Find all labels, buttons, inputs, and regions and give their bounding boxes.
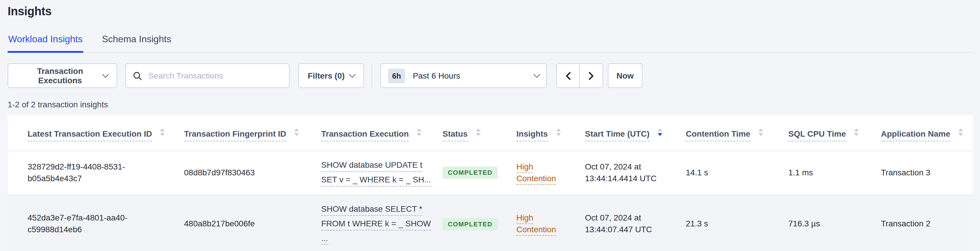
insight-link[interactable]: High Contention bbox=[516, 213, 556, 234]
column-header-application-name[interactable]: Application Name bbox=[881, 115, 973, 151]
chevron-left-icon bbox=[565, 71, 571, 80]
sort-icon bbox=[959, 128, 963, 136]
application-name-cell: Transaction 2 bbox=[881, 195, 973, 251]
time-range-picker[interactable]: 6h Past 6 Hours bbox=[380, 63, 547, 88]
transaction-execution-cell: SHOW database SELECT * FROM t WHERE k = … bbox=[321, 195, 442, 251]
search-input[interactable] bbox=[147, 70, 282, 81]
sort-icon bbox=[854, 128, 859, 136]
sort-icon bbox=[476, 128, 480, 136]
sql-cpu-time-cell: 1.1 ms bbox=[788, 151, 881, 195]
filters-button[interactable]: Filters (0) bbox=[298, 63, 364, 88]
results-count: 1-2 of 2 transaction insights bbox=[8, 100, 972, 109]
insights-cell: High Contention bbox=[516, 195, 585, 251]
contention-time-cell: 21.3 s bbox=[686, 195, 788, 251]
status-cell: COMPLETED bbox=[442, 195, 516, 251]
table-row: 452da3e7-e7fa-4801-aa40-c59988d14eb6 480… bbox=[8, 195, 973, 251]
controls-divider bbox=[372, 63, 372, 88]
insight-link[interactable]: High Contention bbox=[516, 162, 556, 183]
tab-schema-insights[interactable]: Schema Insights bbox=[102, 32, 172, 52]
insights-cell: High Contention bbox=[516, 151, 585, 195]
search-box[interactable] bbox=[126, 63, 290, 88]
column-header-latest-execution-id[interactable]: Latest Transaction Execution ID bbox=[8, 115, 184, 151]
tabs: Workload Insights Schema Insights bbox=[8, 32, 972, 53]
search-icon bbox=[133, 71, 142, 80]
chevron-down-icon bbox=[349, 71, 356, 78]
status-badge: COMPLETED bbox=[442, 167, 498, 179]
column-header-start-time[interactable]: Start Time (UTC) bbox=[585, 115, 686, 151]
insights-table: Latest Transaction Execution ID Transact… bbox=[8, 115, 973, 251]
page-title: Insights bbox=[8, 5, 972, 18]
transaction-execution-cell: SHOW database UPDATE t SET v = _ WHERE k… bbox=[321, 151, 442, 195]
filters-label: Filters (0) bbox=[308, 71, 345, 80]
contention-time-cell: 14.1 s bbox=[686, 151, 788, 195]
time-step-buttons bbox=[556, 63, 603, 88]
tab-workload-insights[interactable]: Workload Insights bbox=[8, 32, 83, 53]
transaction-statement-link[interactable]: SHOW database SELECT * FROM t WHERE k = … bbox=[321, 203, 428, 245]
transaction-type-label: Transaction Executions bbox=[17, 66, 103, 85]
time-range-label: Past 6 Hours bbox=[413, 71, 460, 80]
sort-icon bbox=[417, 128, 422, 136]
table-row: 328729d2-ff19-4408-8531-b05a5b4e43c7 08d… bbox=[8, 151, 973, 195]
sort-icon-active-desc bbox=[658, 128, 662, 136]
chevron-down-icon bbox=[102, 71, 109, 78]
sql-cpu-time-cell: 716.3 µs bbox=[788, 195, 881, 251]
time-prev-button[interactable] bbox=[557, 64, 580, 87]
insights-page: Insights Workload Insights Schema Insigh… bbox=[0, 0, 980, 251]
column-header-sql-cpu-time[interactable]: SQL CPU Time bbox=[788, 115, 881, 151]
sort-icon bbox=[160, 128, 165, 136]
sort-icon bbox=[294, 128, 299, 136]
column-header-fingerprint-id[interactable]: Transaction Fingerprint ID bbox=[184, 115, 321, 151]
status-cell: COMPLETED bbox=[442, 151, 516, 195]
transaction-statement-link[interactable]: SHOW database UPDATE t SET v = _ WHERE k… bbox=[321, 160, 428, 187]
table-header-row: Latest Transaction Execution ID Transact… bbox=[8, 115, 973, 151]
insights-table-card: Latest Transaction Execution ID Transact… bbox=[8, 115, 973, 251]
column-header-contention-time[interactable]: Contention Time bbox=[686, 115, 788, 151]
start-time-cell: Oct 07, 2024 at 13:44:14.4414 UTC bbox=[585, 151, 686, 195]
start-time-cell: Oct 07, 2024 at 13:44:07.447 UTC bbox=[585, 195, 686, 251]
now-button[interactable]: Now bbox=[608, 63, 643, 88]
column-header-insights[interactable]: Insights bbox=[516, 115, 585, 151]
execution-id-cell: 452da3e7-e7fa-4801-aa40-c59988d14eb6 bbox=[8, 195, 184, 251]
transaction-type-dropdown[interactable]: Transaction Executions bbox=[8, 63, 117, 88]
chevron-down-icon bbox=[534, 71, 540, 78]
time-next-button[interactable] bbox=[580, 64, 603, 87]
sort-icon bbox=[556, 128, 561, 136]
fingerprint-id-cell: 08d8b7d97f830463 bbox=[184, 151, 321, 195]
column-header-transaction-execution[interactable]: Transaction Execution bbox=[321, 115, 442, 151]
controls-bar: Transaction Executions Filters (0) 6h Pa… bbox=[8, 63, 972, 88]
status-badge: COMPLETED bbox=[442, 218, 498, 230]
fingerprint-id-cell: 480a8b217be006fe bbox=[184, 195, 321, 251]
sort-icon bbox=[759, 128, 763, 136]
execution-id-cell: 328729d2-ff19-4408-8531-b05a5b4e43c7 bbox=[8, 151, 184, 195]
chevron-right-icon bbox=[588, 71, 594, 80]
column-header-status[interactable]: Status bbox=[442, 115, 516, 151]
time-range-badge: 6h bbox=[388, 68, 405, 83]
application-name-cell: Transaction 3 bbox=[881, 151, 973, 195]
